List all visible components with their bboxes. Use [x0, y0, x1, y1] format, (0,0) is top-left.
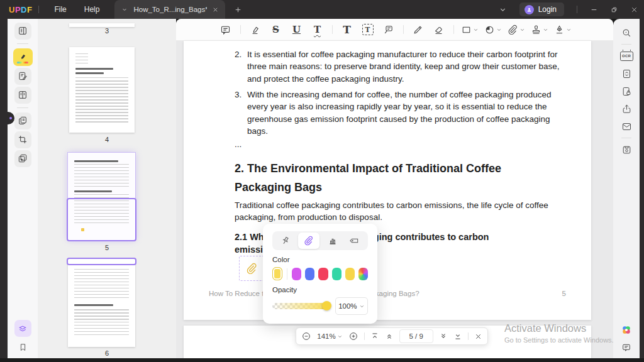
swatch-red[interactable] [318, 268, 328, 280]
zoom-out-button[interactable] [301, 331, 311, 341]
minimize-button[interactable] [584, 0, 604, 19]
tab-close-icon[interactable] [212, 6, 219, 13]
thumbnail-page-5-selected[interactable] [68, 153, 135, 240]
underline-tool[interactable]: U [289, 21, 304, 38]
attachment-annotation[interactable] [239, 256, 264, 281]
tab-graph[interactable] [323, 233, 342, 248]
eraser-tool[interactable] [431, 21, 447, 38]
menu-help[interactable]: Help [75, 5, 109, 14]
opacity-slider[interactable] [272, 303, 330, 309]
viewport-indicator[interactable] [67, 198, 136, 241]
bookmark-button[interactable] [14, 339, 31, 356]
updf-window: U P D F File Help How_To_R...ing_Bags* [0, 0, 644, 362]
list-item-text: With the increasing demand for coffee, t… [247, 89, 552, 137]
ai-clover-icon [621, 325, 631, 335]
opacity-row: 100% [272, 297, 368, 315]
document-tab[interactable]: How_To_R...ing_Bags* [114, 0, 225, 19]
swatch-blue[interactable] [305, 268, 314, 280]
save-button[interactable] [618, 141, 635, 158]
next-page-button[interactable] [439, 332, 448, 341]
thumb-heading [74, 190, 112, 192]
list-marker: 3. [235, 89, 245, 101]
previous-page-button[interactable] [385, 332, 394, 341]
sticky-note-tool[interactable] [218, 21, 233, 38]
double-chevron-up-icon [385, 332, 394, 341]
opacity-slider-knob[interactable] [322, 301, 331, 310]
window-menu-chevron-icon[interactable] [499, 6, 507, 14]
tab-tag[interactable] [345, 233, 364, 248]
footer-page-number: 5 [562, 290, 566, 297]
close-pagebar-button[interactable] [474, 332, 482, 341]
tab-pin[interactable] [276, 233, 295, 248]
rainbow-bar-icon [17, 62, 28, 63]
viewport-indicator[interactable] [67, 258, 136, 265]
ocr-button[interactable]: OCR [618, 48, 635, 65]
double-chevron-down-icon [439, 332, 448, 341]
search-button[interactable] [618, 25, 635, 41]
restore-button[interactable] [604, 0, 624, 19]
menu-file[interactable]: File [45, 5, 75, 14]
swatch-magenta[interactable] [292, 268, 301, 280]
zoom-in-button[interactable] [348, 331, 358, 341]
go-last-page-button[interactable] [453, 332, 462, 341]
edit-pdf-button[interactable] [14, 68, 31, 85]
login-button[interactable]: Login [519, 3, 564, 16]
page-indicator[interactable]: 5 / 9 [399, 329, 433, 343]
bar-chart-icon [328, 236, 338, 246]
chevron-down-icon [496, 27, 502, 33]
zoom-level-dropdown[interactable]: 141% [317, 332, 342, 340]
swatch-rainbow-custom[interactable] [358, 268, 368, 280]
thumbnail-page-4[interactable] [69, 47, 135, 133]
convert-button[interactable] [14, 150, 31, 167]
signature-nib-icon [554, 25, 565, 35]
protect-document-button[interactable] [618, 83, 635, 100]
pdf-page-5[interactable]: 2. It is essential for coffee packaging … [184, 41, 591, 320]
strikeout-tool[interactable]: S [269, 21, 284, 38]
divider [38, 6, 39, 13]
email-button[interactable] [618, 118, 635, 135]
signature-tool[interactable] [554, 21, 572, 38]
circle-icon [484, 25, 495, 35]
highlighter-icon [18, 52, 28, 62]
stamp-tool[interactable] [531, 21, 548, 38]
go-first-page-button[interactable] [370, 332, 379, 341]
ai-assistant-button[interactable] [14, 320, 31, 337]
document-viewport[interactable]: 2. It is essential for coffee packaging … [176, 41, 613, 358]
thumbnail-page-6[interactable] [68, 259, 135, 347]
tab-attachment-active[interactable] [298, 233, 319, 249]
attachment-tool[interactable] [508, 21, 525, 38]
swatch-yellow[interactable] [345, 268, 355, 280]
page-tools-button[interactable] [14, 112, 31, 129]
crop-button[interactable] [14, 131, 31, 148]
text-box-tool[interactable]: T [360, 21, 375, 38]
feedback-button[interactable] [618, 339, 635, 356]
swatch-current[interactable] [272, 267, 282, 280]
swatch-teal[interactable] [332, 268, 341, 280]
opacity-label: Opacity [272, 286, 368, 293]
updf-ai-button[interactable] [618, 321, 635, 338]
reader-mode-button[interactable] [14, 23, 31, 40]
logo-letter: U [9, 5, 15, 14]
organize-pages-button[interactable] [14, 87, 31, 104]
share-button[interactable] [618, 101, 635, 118]
new-tab-button[interactable] [234, 6, 242, 14]
thumb-text-lines [74, 269, 129, 300]
callout-tool[interactable] [381, 21, 396, 38]
opacity-dropdown[interactable]: 100% [335, 297, 368, 315]
highlighter-icon [250, 25, 260, 35]
close-button[interactable] [624, 0, 644, 19]
pencil-tool[interactable] [411, 21, 426, 38]
highlight-tool[interactable] [248, 21, 263, 38]
bottom-edge [0, 358, 644, 362]
thumb-heading [74, 304, 113, 306]
squiggly-underline-tool[interactable]: T [310, 21, 325, 38]
tab-dropdown-icon[interactable] [121, 6, 128, 13]
circle-shape-tool[interactable] [484, 21, 502, 38]
text-comment-tool[interactable]: T [340, 21, 355, 38]
organize-icon [18, 90, 28, 100]
main-area: S U T T T [176, 19, 613, 358]
comment-tool-button[interactable] [13, 48, 33, 66]
rectangle-shape-tool[interactable] [461, 21, 479, 38]
divider [403, 25, 404, 34]
convert-document-button[interactable] [618, 65, 635, 82]
